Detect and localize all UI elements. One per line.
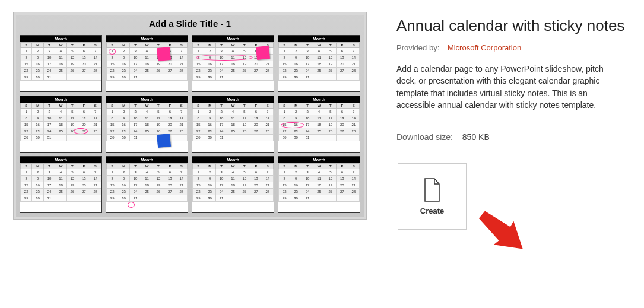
mini-calendar: MonthSMTWTFS1234567891011121314151617181…: [106, 156, 188, 213]
provided-by-label: Provided by:: [396, 43, 439, 52]
mini-calendar: MonthSMTWTFS1234567891011121314151617181…: [106, 35, 188, 92]
template-preview: Add a Slide Title - 1 MonthSMTWTFS123456…: [13, 12, 367, 220]
slide-title: Add a Slide Title - 1: [16, 18, 364, 28]
mini-calendar: MonthSMTWTFS1234567891011121314151617181…: [278, 156, 360, 213]
month-label: Month: [192, 36, 274, 42]
template-details: Annual calendar with sticky notes Provid…: [396, 12, 632, 230]
mini-calendar: MonthSMTWTFS1234567891011121314151617181…: [20, 156, 102, 213]
mini-calendar: MonthSMTWTFS1234567891011121314151617181…: [192, 35, 274, 92]
download-size-label: Download size:: [396, 132, 453, 142]
create-button[interactable]: Create: [398, 163, 467, 230]
calendar-grid: MonthSMTWTFS1234567891011121314151617181…: [20, 35, 360, 213]
calendar-table: SMTWTFS123456789101112131415161718192021…: [106, 42, 188, 81]
month-label: Month: [192, 157, 274, 163]
highlight-circle: [196, 55, 253, 61]
sticky-note: [256, 46, 270, 60]
download-size-value: 850 KB: [462, 132, 490, 142]
create-button-label: Create: [420, 207, 444, 215]
template-description: Add a calendar page to any PowerPoint sl…: [396, 63, 622, 111]
calendar-table: SMTWTFS123456789101112131415161718192021…: [106, 163, 188, 202]
month-label: Month: [20, 157, 101, 163]
mini-calendar: MonthSMTWTFS1234567891011121314151617181…: [20, 96, 102, 153]
month-label: Month: [106, 36, 188, 42]
mini-calendar: MonthSMTWTFS1234567891011121314151617181…: [20, 35, 102, 92]
highlight-circle: [128, 202, 135, 208]
mini-calendar: MonthSMTWTFS1234567891011121314151617181…: [192, 156, 274, 213]
month-label: Month: [278, 96, 360, 103]
sticky-note: [157, 134, 171, 148]
month-label: Month: [106, 96, 188, 103]
download-size-row: Download size: 850 KB: [396, 132, 632, 142]
highlight-circle: [281, 122, 304, 128]
calendar-table: SMTWTFS123456789101112131415161718192021…: [20, 163, 101, 202]
calendar-table: SMTWTFS123456789101112131415161718192021…: [278, 163, 360, 202]
calendar-table: SMTWTFS123456789101112131415161718192021…: [20, 42, 101, 81]
highlight-circle: [109, 49, 116, 55]
calendar-table: SMTWTFS123456789101112131415161718192021…: [278, 42, 360, 81]
calendar-table: SMTWTFS123456789101112131415161718192021…: [106, 103, 188, 141]
mini-calendar: MonthSMTWTFS1234567891011121314151617181…: [106, 96, 188, 153]
document-icon: [423, 178, 442, 202]
highlight-circle: [74, 128, 88, 134]
provided-by-row: Provided by: Microsoft Corporation: [396, 43, 632, 52]
month-label: Month: [278, 157, 360, 163]
calendar-table: SMTWTFS123456789101112131415161718192021…: [192, 103, 274, 141]
mini-calendar: MonthSMTWTFS1234567891011121314151617181…: [192, 96, 274, 153]
calendar-table: SMTWTFS123456789101112131415161718192021…: [192, 163, 274, 202]
template-title: Annual calendar with sticky notes: [396, 17, 632, 35]
month-label: Month: [192, 96, 274, 103]
mini-calendar: MonthSMTWTFS1234567891011121314151617181…: [278, 35, 360, 92]
month-label: Month: [20, 36, 101, 42]
mini-calendar: MonthSMTWTFS1234567891011121314151617181…: [278, 96, 360, 153]
sticky-note: [157, 47, 171, 61]
month-label: Month: [106, 157, 188, 163]
month-label: Month: [278, 36, 360, 42]
calendar-table: SMTWTFS123456789101112131415161718192021…: [20, 103, 101, 141]
provider-link[interactable]: Microsoft Corporation: [448, 43, 521, 52]
month-label: Month: [20, 96, 101, 103]
